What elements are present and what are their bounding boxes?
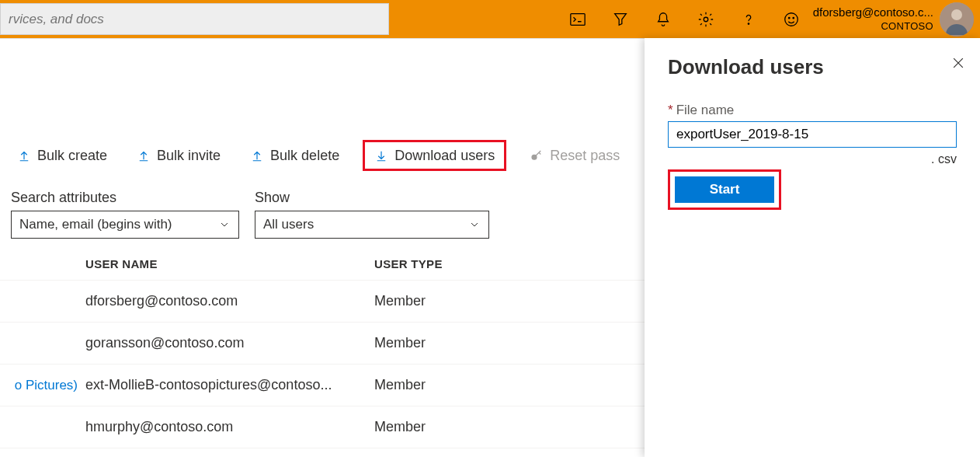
download-users-button[interactable]: Download users (363, 140, 506, 171)
upload-icon (250, 148, 264, 162)
svg-point-7 (951, 9, 962, 20)
download-icon (374, 148, 388, 162)
file-name-label-text: File name (676, 103, 735, 117)
svg-point-8 (532, 155, 537, 159)
account-org: CONTOSO (813, 20, 933, 33)
upload-icon (137, 148, 151, 162)
upload-icon (17, 148, 31, 162)
topbar-icons (526, 0, 813, 38)
file-name-label: *File name (668, 103, 957, 118)
avatar (940, 2, 974, 37)
show-group: Show All users (255, 190, 489, 239)
search-wrap (0, 0, 389, 38)
show-label: Show (255, 190, 489, 206)
svg-point-2 (748, 23, 749, 23)
download-users-panel: Download users *File name . csv Start (645, 38, 980, 457)
panel-title: Download users (668, 55, 957, 79)
row-username: dforsberg@contoso.com (85, 293, 374, 309)
bulk-create-label: Bulk create (37, 148, 107, 164)
file-name-input[interactable] (668, 121, 957, 148)
close-icon (950, 55, 966, 71)
show-combo[interactable]: All users (255, 211, 489, 239)
help-icon[interactable] (728, 0, 770, 38)
search-attributes-combo[interactable]: Name, email (begins with) (11, 211, 239, 239)
required-indicator: * (668, 103, 673, 117)
svg-rect-0 (571, 13, 585, 25)
svg-point-4 (789, 17, 790, 18)
bulk-delete-label: Bulk delete (270, 148, 339, 164)
show-value: All users (263, 217, 314, 232)
row-username: hmurphy@contoso.com (85, 419, 374, 435)
row-usertype: Member (374, 335, 426, 351)
search-attributes-label: Search attributes (11, 190, 239, 206)
svg-point-3 (785, 12, 798, 26)
reset-password-label: Reset pass (550, 148, 620, 164)
row-username: ext-MollieB-contosopictures@contoso... (85, 377, 374, 393)
bulk-invite-button[interactable]: Bulk invite (130, 140, 227, 171)
col-usertype: USER TYPE (374, 257, 443, 270)
key-icon (530, 148, 544, 162)
bulk-create-button[interactable]: Bulk create (11, 140, 113, 171)
directory-filter-icon[interactable] (599, 0, 642, 38)
top-bar: dforsberg@contoso.c... CONTOSO (0, 0, 980, 38)
cloud-shell-icon[interactable] (557, 0, 599, 38)
start-button[interactable]: Start (675, 176, 774, 203)
account-text: dforsberg@contoso.c... CONTOSO (813, 5, 933, 33)
row-usertype: Member (374, 377, 426, 393)
col-username: USER NAME (85, 257, 374, 270)
feedback-icon[interactable] (770, 0, 813, 38)
chevron-down-icon (218, 218, 231, 231)
row-usertype: Member (374, 293, 426, 309)
account-control[interactable]: dforsberg@contoso.c... CONTOSO (813, 0, 980, 38)
reset-password-button: Reset pass (523, 140, 626, 171)
close-panel-button[interactable] (947, 52, 969, 74)
file-extension: . csv (668, 152, 957, 166)
settings-icon[interactable] (685, 0, 728, 38)
row-usertype: Member (374, 419, 426, 435)
row-left-fragment: o Pictures) (0, 378, 85, 393)
search-attributes-value: Name, email (begins with) (19, 217, 172, 232)
global-search-input[interactable] (0, 3, 389, 35)
bulk-invite-label: Bulk invite (157, 148, 221, 164)
row-username: goransson@contoso.com (85, 335, 374, 351)
download-users-label: Download users (394, 148, 495, 164)
bulk-delete-button[interactable]: Bulk delete (244, 140, 346, 171)
start-button-highlight: Start (668, 169, 781, 210)
svg-point-5 (793, 17, 794, 18)
svg-point-1 (704, 17, 708, 22)
account-email: dforsberg@contoso.c... (813, 5, 933, 20)
notifications-icon[interactable] (642, 0, 685, 38)
chevron-down-icon (468, 218, 481, 231)
search-attributes-group: Search attributes Name, email (begins wi… (11, 190, 239, 239)
topbar-right: dforsberg@contoso.c... CONTOSO (389, 0, 980, 38)
